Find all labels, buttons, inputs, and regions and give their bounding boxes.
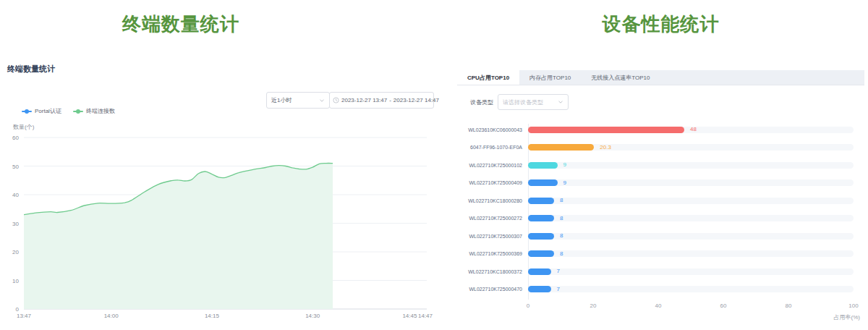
chevron-down-icon [558,99,563,105]
bar-row: WL022710K7250002728 [457,210,864,228]
date-range-start: 2023-12-27 13:47 [341,97,387,103]
line-chart-legend: Portal认证 终端连接数 [22,107,115,115]
bar-category-label: 6047-FF96-1070-EF0A [457,145,522,150]
bar-x-tick-label: 20 [590,302,597,309]
x-tick-label: 14:30 [305,313,320,319]
bar-category-label: WL022710K725000369 [457,251,522,256]
bar-track: 20.3 [528,144,854,151]
date-range-picker[interactable]: 2023-12-27 13:47 - 2023-12-27 14:47 [329,92,434,109]
bar-x-tick-label: 100 [848,302,858,309]
tab-cpu-top10[interactable]: CPU占用TOP10 [457,70,519,85]
bar[interactable] [528,250,554,257]
bar-x-tick-label: 60 [720,302,727,309]
bar[interactable] [528,215,554,221]
y-axis-title: 数量(个) [13,124,35,130]
bar-track: 48 [528,127,854,133]
bar-track: 8 [528,198,854,204]
bar-chart: WL023610KC06000043486047-FF96-1070-EF0A2… [457,121,864,329]
bar-track: 9 [528,179,854,186]
date-range-separator: - [389,97,391,103]
device-type-placeholder: 请选择设备类型 [503,98,558,106]
bar-x-tick-label: 40 [655,302,662,309]
bar-category-label: WL022710K725000307 [457,234,522,239]
y-tick-label: 40 [12,192,19,198]
bar-value-label: 8 [560,232,563,240]
bar[interactable] [528,286,551,292]
legend-item-terminal-connections[interactable]: 终端连接数 [73,107,115,115]
y-tick-label: 30 [12,221,19,227]
chevron-down-icon [319,98,325,103]
bar-value-label: 8 [560,197,563,204]
bar-value-label: 9 [563,161,566,169]
bar-track: 8 [528,215,854,221]
terminal-count-card-title: 终端数量统计 [7,64,55,75]
device-type-label: 设备类型 [470,95,493,111]
line-chart[interactable]: 0102030405060数量(个)13:4714:0014:1514:3014… [0,122,434,330]
bar-row: 6047-FF96-1070-EF0A20.3 [457,139,864,157]
bar-row: WL023610KC0600004348 [457,121,864,139]
y-tick-label: 50 [12,164,19,170]
x-tick-label: 14:47 [418,313,433,319]
bar-row: WL022710K7250003698 [457,245,864,263]
bar-value-label: 20.3 [600,144,611,151]
clock-icon [333,97,339,103]
bar-x-tick-label: 0 [527,302,529,309]
dashboard-page: 终端数量统计 终端数量统计 近1小时 2023-12-27 13:47 - 20… [0,0,868,330]
bar-value-label: 7 [557,268,560,275]
bar[interactable] [528,179,558,186]
bar[interactable] [528,198,554,204]
bar-category-label: WL022710KC18000372 [457,269,522,274]
y-tick-label: 20 [12,249,19,255]
bar-row: WL022710K7250001029 [457,156,864,174]
x-tick-label: 14:00 [104,313,119,319]
legend-marker-terminal-connections [73,109,83,114]
series-area [24,164,333,309]
bar-category-label: WL022710K725000102 [457,163,522,168]
bar-category-label: WL023610KC06000043 [457,127,522,132]
bar[interactable] [528,233,554,240]
x-tick-label: 14:45 [402,313,417,319]
tab-wireless-rate-top10[interactable]: 无线接入点速率TOP10 [581,70,660,85]
bar[interactable] [528,144,594,151]
bar-value-label: 48 [690,126,697,133]
bar[interactable] [528,127,684,133]
bar-row: WL022710K7250004707 [457,281,864,299]
bar-track: 7 [528,268,854,275]
bar-category-label: WL022710K725000409 [457,180,522,185]
legend-label: 终端连接数 [86,107,115,115]
bar-rows: WL023610KC06000043486047-FF96-1070-EF0A2… [457,121,864,298]
performance-tabs: CPU占用TOP10 内存占用TOP10 无线接入点速率TOP10 [457,70,864,85]
bar-category-label: WL022710K725000470 [457,287,522,292]
bar[interactable] [528,162,558,169]
bar-x-axis: 020406080100 [457,302,864,310]
time-range-value: 近1小时 [271,96,319,104]
bar-value-label: 8 [560,215,563,222]
tab-memory-top10[interactable]: 内存占用TOP10 [519,70,581,85]
bar[interactable] [528,268,551,275]
bar-category-label: WL022710KC18000280 [457,198,522,203]
date-range-end: 2023-12-27 14:47 [393,97,439,103]
device-performance-big-title: 设备性能统计 [457,12,864,37]
bar-value-label: 9 [563,179,566,187]
y-tick-label: 10 [12,278,19,284]
bar-row: WL022710KC180002808 [457,192,864,210]
bar-track: 8 [528,250,854,257]
y-tick-label: 0 [16,306,20,313]
time-range-select[interactable]: 近1小时 [266,92,330,109]
x-tick-label: 13:47 [17,313,32,319]
legend-item-portal[interactable]: Portal认证 [22,107,61,115]
x-tick-label: 14:15 [205,313,220,319]
terminal-count-big-title: 终端数量统计 [0,12,362,37]
bar-category-label: WL022710K725000272 [457,216,522,221]
bar-track: 7 [528,286,854,292]
bar-row: WL022710K7250004099 [457,174,864,192]
bar-x-axis-title: 占用率(%) [834,313,860,321]
bar-value-label: 7 [557,286,560,293]
device-type-select[interactable]: 请选择设备类型 [498,94,569,110]
bar-x-tick-label: 80 [786,302,792,309]
y-tick-label: 60 [12,135,19,141]
legend-label: Portal认证 [35,107,61,115]
bar-track: 8 [528,233,854,240]
bar-row: WL022710KC180003727 [457,263,864,281]
legend-marker-portal [22,109,32,114]
